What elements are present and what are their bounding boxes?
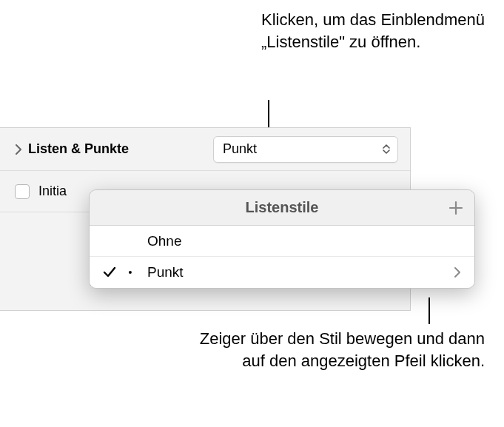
popover-header: Listenstile	[90, 190, 474, 226]
list-style-value: Punkt	[223, 141, 383, 157]
list-option-punkt[interactable]: • Punkt	[90, 257, 474, 288]
callout-leader-line-bottom	[429, 297, 430, 324]
list-option-ohne[interactable]: Ohne	[90, 226, 474, 257]
callout-leader-line-top	[268, 100, 269, 128]
chevron-right-icon[interactable]	[15, 144, 22, 155]
checkmark-icon	[103, 266, 121, 279]
bullet-icon: •	[121, 266, 140, 278]
callout-top-text: Klicken, um das Einblendmenü „Listenstil…	[261, 9, 491, 53]
option-label: Ohne	[147, 233, 461, 249]
list-style-popup-button[interactable]: Punkt	[213, 136, 398, 163]
callout-bottom-text: Zeiger über den Stil bewegen und dann au…	[196, 328, 485, 371]
chevron-updown-icon	[383, 144, 390, 154]
initial-label-partial: Initia	[38, 184, 67, 199]
section-label: Listen & Punkte	[28, 141, 129, 157]
initial-checkbox[interactable]	[15, 184, 30, 199]
chevron-right-icon[interactable]	[454, 266, 461, 278]
listenstile-popover: Listenstile Ohne • Punkt	[89, 189, 475, 289]
popover-title: Listenstile	[246, 199, 319, 216]
add-style-button[interactable]	[448, 200, 464, 216]
popover-options-list: Ohne • Punkt	[90, 226, 474, 288]
listen-punkte-row: Listen & Punkte Punkt	[0, 128, 410, 171]
option-label: Punkt	[147, 264, 454, 280]
